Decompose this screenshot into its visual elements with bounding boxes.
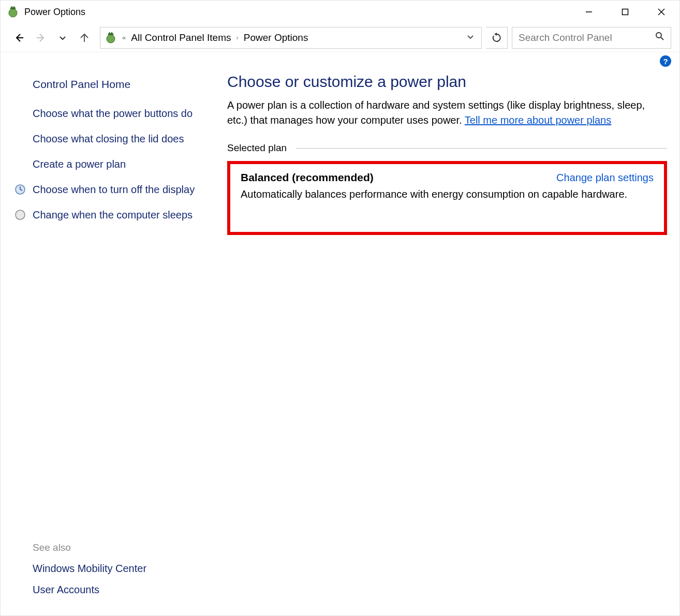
sidebar-item-turn-off-display[interactable]: Choose when to turn off the display <box>11 182 204 197</box>
svg-point-0 <box>9 9 17 17</box>
recent-locations-button[interactable] <box>56 32 69 44</box>
section-title: Selected plan <box>227 142 287 154</box>
sidebar-item-create-plan[interactable]: Create a power plan <box>11 157 204 172</box>
sidebar-item-computer-sleeps[interactable]: Change when the computer sleeps <box>11 208 204 223</box>
clock-icon <box>14 183 26 196</box>
svg-rect-12 <box>108 33 113 35</box>
page-heading: Choose or customize a power plan <box>227 73 667 91</box>
address-bar[interactable]: « All Control Panel Items › Power Option… <box>100 27 482 49</box>
power-options-icon <box>7 6 19 18</box>
moon-icon <box>14 209 26 221</box>
tell-me-more-link[interactable]: Tell me more about power plans <box>465 114 611 126</box>
change-plan-settings-link[interactable]: Change plan settings <box>556 172 654 184</box>
svg-rect-2 <box>11 6 12 8</box>
control-panel-home-link[interactable]: Control Panel Home <box>33 78 204 91</box>
see-also-header: See also <box>33 542 204 553</box>
toolbar: « All Control Panel Items › Power Option… <box>1 23 679 52</box>
search-placeholder: Search Control Panel <box>519 32 612 43</box>
selected-plan-highlight: Balanced (recommended) Change plan setti… <box>227 161 667 235</box>
svg-rect-13 <box>109 32 110 34</box>
search-icon <box>655 32 664 43</box>
refresh-button[interactable] <box>486 27 508 49</box>
sidebar-item-closing-lid[interactable]: Choose what closing the lid does <box>11 131 204 146</box>
help-icon[interactable]: ? <box>660 55 671 67</box>
breadcrumb-item[interactable]: All Control Panel Items <box>131 32 231 43</box>
svg-rect-3 <box>13 6 14 8</box>
see-also-mobility-center[interactable]: Windows Mobility Center <box>33 563 204 575</box>
close-button[interactable] <box>643 1 679 23</box>
svg-point-15 <box>656 33 661 38</box>
blank-icon <box>14 158 26 170</box>
svg-rect-14 <box>111 32 112 34</box>
svg-point-11 <box>107 35 115 43</box>
plan-name: Balanced (recommended) <box>241 171 374 184</box>
titlebar: Power Options <box>1 1 679 23</box>
see-also-user-accounts[interactable]: User Accounts <box>33 584 204 596</box>
svg-point-20 <box>16 210 25 219</box>
maximize-button[interactable] <box>607 1 643 23</box>
chevron-right-icon: › <box>236 34 238 41</box>
chevron-down-icon[interactable] <box>467 33 474 42</box>
blank-icon <box>14 107 26 120</box>
forward-button[interactable] <box>35 32 47 44</box>
blank-icon <box>14 133 26 145</box>
window-title: Power Options <box>24 7 85 18</box>
minimize-button[interactable] <box>571 1 607 23</box>
svg-rect-5 <box>623 9 628 15</box>
svg-line-16 <box>661 37 663 40</box>
page-description: A power plan is a collection of hardware… <box>227 98 667 128</box>
chevron-left-icon: « <box>122 34 126 41</box>
back-button[interactable] <box>13 32 25 44</box>
divider <box>296 148 667 149</box>
svg-rect-1 <box>10 7 16 9</box>
plan-description: Automatically balances performance with … <box>241 187 654 202</box>
sidebar-item-power-buttons[interactable]: Choose what the power buttons do <box>11 106 204 121</box>
up-button[interactable] <box>78 32 91 44</box>
main-content: Choose or customize a power plan A power… <box>215 67 679 615</box>
search-input[interactable]: Search Control Panel <box>512 27 671 49</box>
sidebar: Control Panel Home Choose what the power… <box>1 67 215 615</box>
power-options-icon <box>105 32 117 44</box>
breadcrumb-item[interactable]: Power Options <box>244 32 308 43</box>
